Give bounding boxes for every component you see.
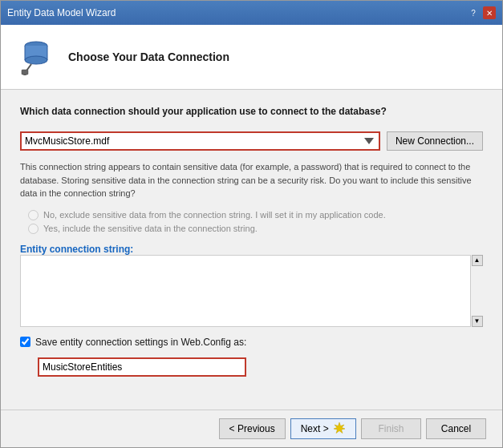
svg-point-2 <box>25 56 47 64</box>
header-title: Choose Your Data Connection <box>68 50 229 63</box>
database-icon <box>17 38 55 76</box>
connection-string-wrapper: ▲ ▼ <box>20 255 483 327</box>
scroll-down-arrow[interactable]: ▼ <box>472 316 483 327</box>
scrollbar: ▲ ▼ <box>470 255 483 327</box>
footer: < Previous Next > Finish Cancel <box>1 410 502 447</box>
save-settings-checkbox[interactable] <box>20 337 30 347</box>
wizard-window: Entity Data Model Wizard ? ✕ Cho <box>0 0 503 448</box>
radio-yes[interactable] <box>28 224 39 234</box>
question-block: Which data connection should your applic… <box>20 106 483 122</box>
burst-icon <box>333 422 346 437</box>
help-button[interactable]: ? <box>467 6 480 19</box>
window-title: Entity Data Model Wizard <box>7 7 116 18</box>
question-label: Which data connection should your applic… <box>20 106 483 117</box>
previous-button[interactable]: < Previous <box>219 418 286 439</box>
title-bar: Entity Data Model Wizard ? ✕ <box>1 1 502 25</box>
entity-name-input[interactable] <box>38 357 246 377</box>
cancel-button[interactable]: Cancel <box>426 418 486 439</box>
radio-no-label[interactable]: No, exclude sensitive data from the conn… <box>28 210 483 220</box>
connection-string-textarea[interactable] <box>20 255 483 327</box>
connection-row: MvcMusicStore.mdf New Connection... <box>20 131 483 151</box>
entity-connection-block: Entity connection string: ▲ ▼ <box>20 244 483 327</box>
save-settings-label: Save entity connection settings in Web.C… <box>35 337 246 348</box>
next-button[interactable]: Next > <box>290 418 356 439</box>
radio-group: No, exclude sensitive data from the conn… <box>28 210 483 234</box>
sensitive-data-text: This connection string appears to contai… <box>20 160 483 200</box>
new-connection-button[interactable]: New Connection... <box>387 131 483 151</box>
connection-dropdown[interactable]: MvcMusicStore.mdf <box>20 131 380 151</box>
radio-no[interactable] <box>28 210 39 220</box>
save-settings-row: Save entity connection settings in Web.C… <box>20 337 483 348</box>
content-area: Which data connection should your applic… <box>1 90 502 410</box>
entity-name-row <box>38 357 483 377</box>
svg-rect-7 <box>22 70 28 75</box>
entity-connection-label: Entity connection string: <box>20 244 483 255</box>
radio-yes-label[interactable]: Yes, include the sensitive data in the c… <box>28 224 483 234</box>
svg-marker-8 <box>334 422 345 434</box>
header-section: Choose Your Data Connection <box>1 25 502 90</box>
finish-button[interactable]: Finish <box>361 418 421 439</box>
title-bar-controls: ? ✕ <box>467 6 496 19</box>
close-button[interactable]: ✕ <box>483 6 496 19</box>
scroll-up-arrow[interactable]: ▲ <box>472 255 483 266</box>
